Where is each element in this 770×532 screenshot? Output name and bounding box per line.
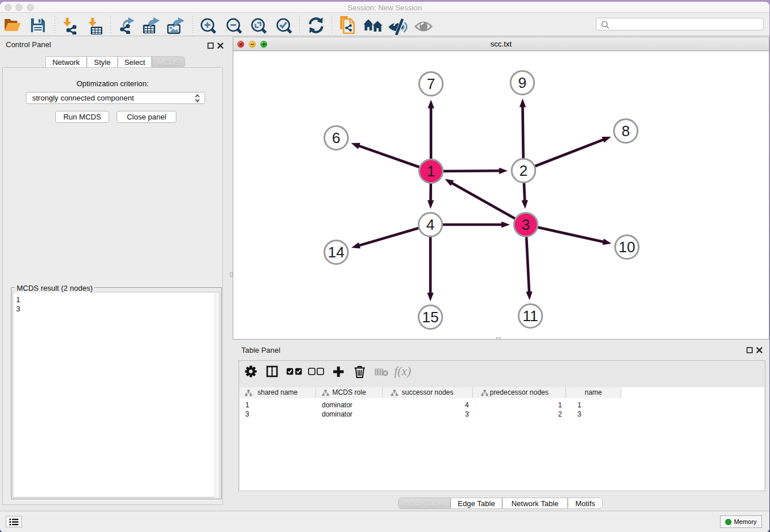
svg-text:14: 14 — [328, 244, 345, 261]
svg-text:3: 3 — [522, 216, 530, 233]
svg-text:7: 7 — [427, 75, 435, 92]
svg-text:15: 15 — [422, 309, 439, 326]
svg-text:6: 6 — [332, 129, 340, 147]
svg-text:10: 10 — [619, 238, 636, 256]
svg-text:1: 1 — [427, 163, 435, 180]
svg-text:9: 9 — [518, 74, 526, 91]
svg-text:11: 11 — [523, 307, 538, 325]
svg-text:2: 2 — [519, 162, 528, 179]
svg-text:4: 4 — [426, 216, 434, 233]
svg-text:8: 8 — [622, 122, 630, 140]
